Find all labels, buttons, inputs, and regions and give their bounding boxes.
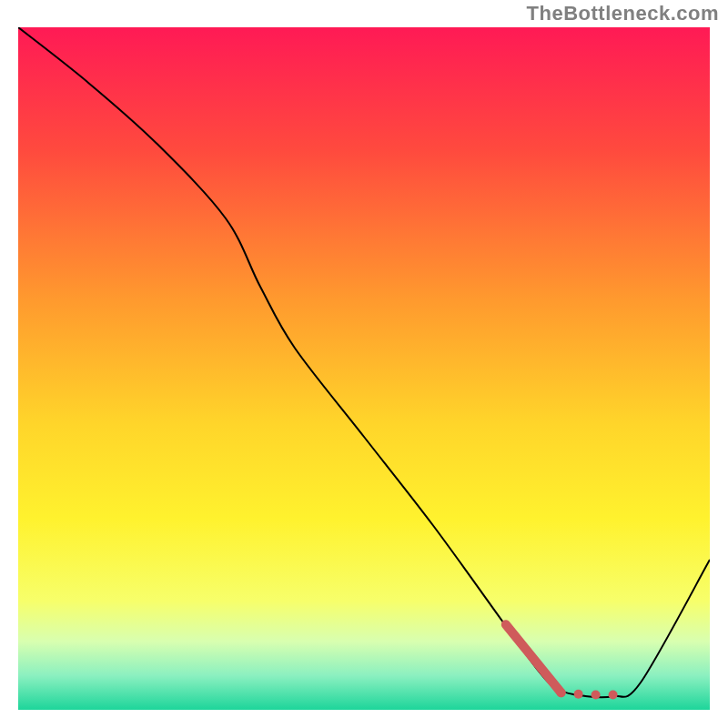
highlight-dot bbox=[609, 691, 618, 700]
highlight-dots bbox=[557, 688, 618, 699]
highlight-segment bbox=[506, 624, 561, 693]
highlight-layer bbox=[18, 27, 710, 710]
highlight-dot bbox=[592, 691, 601, 700]
watermark-text: TheBottleneck.com bbox=[527, 2, 719, 25]
bottleneck-chart: TheBottleneck.com bbox=[0, 0, 728, 728]
plot-area bbox=[18, 27, 710, 710]
highlight-dot bbox=[557, 688, 566, 697]
highlight-dot bbox=[574, 690, 583, 699]
